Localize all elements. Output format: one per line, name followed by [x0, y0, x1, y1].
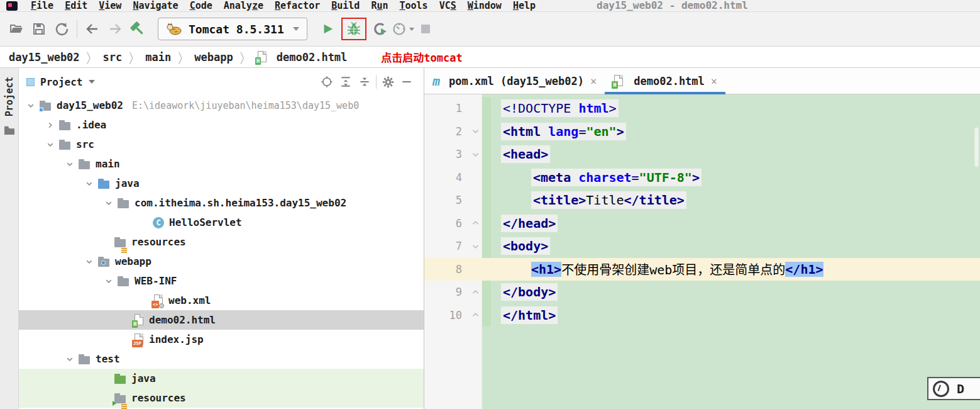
hide-panel-button[interactable]	[397, 72, 416, 91]
breadcrumb-item-file[interactable]: H demo02.html	[256, 51, 348, 64]
tree-row-src[interactable]: src	[19, 135, 424, 154]
left-tool-window-bar: Project	[0, 68, 19, 409]
code-line-4[interactable]: 4 <meta charset="UTF-8">	[424, 166, 980, 189]
debug-highlight-annotation	[341, 18, 366, 40]
locate-file-button[interactable]	[317, 72, 336, 91]
menu-code[interactable]: Code	[184, 1, 218, 11]
menu-view[interactable]: View	[93, 1, 127, 11]
chevron-expanded-icon[interactable]	[101, 199, 117, 207]
open-button[interactable]	[5, 18, 28, 40]
coverage-button[interactable]	[369, 18, 392, 40]
tree-row-webapp[interactable]: webapp	[19, 252, 424, 271]
fold-marker-icon[interactable]	[468, 143, 482, 166]
close-icon[interactable]: ×	[711, 75, 717, 87]
tree-row-webxml[interactable]: <> web.xml	[19, 291, 424, 310]
vcs-added-strip	[482, 281, 491, 304]
project-panel: Project	[19, 68, 424, 409]
chevron-expanded-icon[interactable]	[62, 356, 78, 363]
profiler-icon	[392, 21, 407, 36]
run-button[interactable]	[316, 18, 339, 40]
tree-row-resources[interactable]: resources	[19, 232, 424, 252]
project-tool-window-button[interactable]: Project	[4, 77, 15, 116]
forward-button[interactable]	[104, 18, 126, 40]
code-line-2[interactable]: 2 <html lang="en">	[424, 120, 980, 143]
chevron-expanded-icon[interactable]	[42, 141, 58, 148]
menu-run[interactable]: Run	[365, 1, 394, 11]
menu-edit[interactable]: Edit	[59, 1, 93, 11]
profiler-button[interactable]	[392, 18, 414, 40]
chevron-expanded-icon[interactable]	[23, 102, 39, 109]
code-line-10[interactable]: 10 </html>	[424, 304, 980, 327]
fold-marker-icon[interactable]	[468, 304, 482, 327]
chevron-expanded-icon[interactable]	[101, 277, 117, 285]
vcs-added-strip	[482, 143, 491, 166]
code-line-1[interactable]: 1 <!DOCTYPE html>	[424, 97, 980, 120]
tree-row-project-root[interactable]: day15_web02 E:\ideawork\jiuyeban\heima15…	[19, 96, 424, 115]
code-line-8-current[interactable]: 8 <h1>不使用骨架创建web项目，还是简单点的</h1>	[424, 258, 980, 281]
tree-row-idea[interactable]: .idea	[19, 115, 424, 135]
tree-row-webinf[interactable]: WEB-INF	[19, 271, 424, 291]
code-line-7[interactable]: 7 <body>	[424, 235, 980, 258]
chevron-expanded-icon[interactable]	[81, 180, 97, 188]
tree-row-main[interactable]: main	[19, 154, 424, 174]
menu-refactor[interactable]: Refactor	[269, 1, 326, 11]
menu-analyze[interactable]: Analyze	[218, 1, 269, 11]
tree-row-test-java[interactable]: java	[19, 369, 424, 388]
collapse-all-button[interactable]	[355, 72, 374, 91]
menu-vcs[interactable]: VCS	[434, 1, 462, 11]
code-line-6[interactable]: 6 </head>	[424, 212, 980, 235]
tree-row-test-resources[interactable]: resources	[19, 388, 424, 408]
menu-tools[interactable]: Tools	[394, 1, 433, 11]
project-tree: day15_web02 E:\ideawork\jiuyeban\heima15…	[19, 96, 424, 409]
tomcat-start-annotation: 点击启动tomcat	[381, 49, 462, 65]
tree-row-demo02-html[interactable]: H demo02.html	[19, 310, 424, 330]
chevron-expanded-icon[interactable]	[81, 258, 97, 266]
debug-button[interactable]	[344, 20, 363, 38]
save-button[interactable]	[28, 18, 50, 40]
breadcrumb-item-main[interactable]: main	[145, 51, 171, 64]
breadcrumb-item-project[interactable]: day15_web02	[9, 51, 80, 64]
fold-marker-icon[interactable]	[468, 281, 482, 304]
expand-all-button[interactable]	[336, 72, 355, 91]
build-button[interactable]	[126, 18, 149, 40]
code-editor[interactable]: 1 <!DOCTYPE html> 2 <html lang="en"> 3	[424, 94, 980, 409]
locate-icon	[321, 76, 333, 88]
tree-row-indexjsp[interactable]: JSP index.jsp	[19, 330, 424, 349]
menu-navigate[interactable]: Navigate	[127, 1, 184, 11]
menu-help[interactable]: Help	[507, 1, 541, 11]
tree-row-package[interactable]: com.itheima.sh.heima153.day15_web02	[19, 193, 424, 213]
project-panel-title[interactable]: Project	[40, 76, 82, 88]
h1-text: 不使用骨架创建web项目，还是简单点的	[561, 260, 785, 278]
menu-build[interactable]: Build	[326, 1, 365, 11]
run-configuration-select[interactable]: Tomcat 8.5.311	[158, 18, 307, 40]
breadcrumb-item-src[interactable]: src	[103, 51, 123, 64]
stop-button[interactable]	[414, 18, 437, 40]
editor-scrollbar[interactable]	[974, 127, 979, 167]
chevron-expanded-icon[interactable]	[62, 160, 78, 168]
breadcrumb-item-webapp[interactable]: webapp	[194, 51, 233, 64]
fold-marker-icon[interactable]	[468, 212, 482, 235]
chevron-down-icon[interactable]	[89, 80, 95, 84]
watermark-letter: D	[957, 381, 964, 396]
tab-demo02-html[interactable]: H demo02.html ×	[605, 68, 725, 94]
menu-file[interactable]: File	[25, 1, 59, 11]
run-config-label: Tomcat 8.5.311	[189, 23, 284, 36]
fold-marker-icon[interactable]	[468, 235, 482, 258]
tab-pom-xml[interactable]: m pom.xml (day15_web02) ×	[424, 68, 605, 94]
tree-row-java[interactable]: java	[19, 174, 424, 193]
chevron-collapsed-icon[interactable]	[42, 121, 58, 129]
menu-window[interactable]: Window	[462, 1, 507, 11]
close-icon[interactable]: ×	[590, 75, 597, 87]
code-line-3[interactable]: 3 <head>	[424, 143, 980, 166]
tree-row-helloservlet[interactable]: C HelloServlet	[19, 213, 424, 232]
code-line-5[interactable]: 5 <title>Title</title>	[424, 189, 980, 212]
sync-button[interactable]	[50, 18, 73, 40]
code-line-9[interactable]: 9 </body>	[424, 281, 980, 304]
fold-marker-icon[interactable]	[468, 120, 482, 143]
folder-icon[interactable]	[4, 125, 15, 135]
settings-button[interactable]	[378, 72, 397, 91]
tomcat-icon	[166, 22, 182, 36]
line-number: 6	[424, 212, 468, 235]
tree-row-test[interactable]: test	[19, 349, 424, 369]
back-button[interactable]	[81, 18, 104, 40]
